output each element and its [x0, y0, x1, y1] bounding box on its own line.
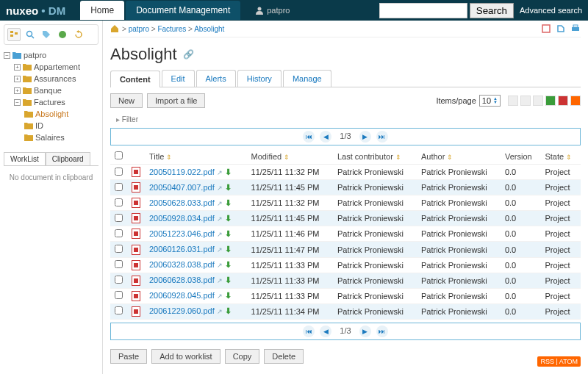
col-state[interactable]: State: [545, 152, 564, 161]
tab-manage[interactable]: Manage: [283, 70, 331, 87]
pager-first[interactable]: ⏮: [303, 131, 315, 143]
row-checkbox[interactable]: [115, 291, 123, 299]
sidebar-tab-worklist[interactable]: WorkList: [4, 152, 46, 165]
nav-tree-icon[interactable]: [7, 28, 21, 41]
col-title[interactable]: Title: [149, 152, 164, 161]
items-per-page-select[interactable]: 10 ▲▼: [479, 95, 501, 107]
tree-node-id[interactable]: ID: [24, 120, 98, 132]
document-link[interactable]: 20060328.038.pdf: [149, 260, 215, 269]
import-button[interactable]: Import a file: [147, 93, 205, 108]
download-icon[interactable]: ⬇: [225, 183, 232, 192]
view-excel-icon[interactable]: [545, 96, 556, 106]
open-icon[interactable]: ↗: [217, 169, 223, 176]
top-tab-document-management[interactable]: Document Management: [126, 1, 240, 20]
pager-next[interactable]: ▶: [359, 131, 371, 143]
search-icon[interactable]: [24, 28, 37, 41]
rss-badge[interactable]: RSS | ATOM: [537, 356, 581, 367]
sort-icon[interactable]: ⇕: [166, 154, 172, 161]
download-icon[interactable]: ⬇: [225, 229, 232, 238]
tab-edit[interactable]: Edit: [162, 70, 195, 87]
tab-content[interactable]: Content: [110, 71, 160, 87]
document-link[interactable]: 20060928.045.pdf: [149, 291, 215, 300]
document-link[interactable]: 20050119.022.pdf: [149, 168, 215, 176]
refresh-icon[interactable]: [72, 28, 85, 41]
row-checkbox[interactable]: [115, 214, 123, 222]
export-icon[interactable]: [556, 24, 566, 34]
filter-toggle[interactable]: Filter: [110, 114, 581, 125]
view-thumb-icon[interactable]: [533, 96, 543, 106]
view-rss-icon[interactable]: [570, 96, 581, 106]
tab-alerts[interactable]: Alerts: [196, 70, 236, 87]
expand-icon[interactable]: −: [14, 99, 21, 106]
tree-node-salaires[interactable]: Salaires: [24, 132, 98, 143]
row-checkbox[interactable]: [115, 306, 123, 314]
copy-button[interactable]: Copy: [225, 349, 260, 364]
paste-button[interactable]: Paste: [110, 349, 147, 364]
tab-history[interactable]: History: [237, 70, 282, 87]
permalink-icon[interactable]: [541, 24, 551, 34]
row-checkbox[interactable]: [115, 229, 123, 237]
expand-icon[interactable]: +: [14, 76, 21, 82]
download-icon[interactable]: ⬇: [225, 306, 232, 315]
open-icon[interactable]: ↗: [217, 200, 223, 207]
tree-node-factures[interactable]: −Factures: [14, 96, 98, 108]
pager-last[interactable]: ⏭: [376, 326, 388, 337]
tree-node-absolight[interactable]: Absolight: [24, 108, 98, 120]
col-version[interactable]: Version: [505, 152, 532, 161]
view-list-icon[interactable]: [508, 96, 518, 106]
sidebar-tab-clipboard[interactable]: Clipboard: [46, 152, 90, 165]
open-icon[interactable]: ↗: [217, 292, 223, 300]
pager-first[interactable]: ⏮: [303, 326, 315, 337]
breadcrumb-link[interactable]: patpro: [129, 25, 149, 33]
document-link[interactable]: 20061229.060.pdf: [149, 306, 215, 315]
search-button[interactable]: Search: [470, 3, 514, 18]
document-link[interactable]: 20050928.034.pdf: [149, 214, 215, 223]
row-checkbox[interactable]: [115, 198, 123, 206]
pager-next[interactable]: ▶: [359, 326, 371, 337]
tree-node-banque[interactable]: +Banque: [14, 84, 98, 96]
open-icon[interactable]: ↗: [217, 184, 223, 192]
pager-prev[interactable]: ◀: [320, 131, 331, 143]
row-checkbox[interactable]: [115, 245, 123, 253]
link-icon[interactable]: 🔗: [183, 49, 194, 60]
row-checkbox[interactable]: [115, 168, 123, 176]
download-icon[interactable]: ⬇: [225, 168, 232, 176]
top-tab-home[interactable]: Home: [80, 1, 124, 20]
expand-icon[interactable]: +: [14, 64, 21, 71]
print-icon[interactable]: [570, 24, 581, 34]
breadcrumb-link[interactable]: Absolight: [194, 25, 224, 33]
download-icon[interactable]: ⬇: [225, 198, 232, 207]
document-link[interactable]: 20060628.038.pdf: [149, 276, 215, 284]
view-compact-icon[interactable]: [520, 96, 531, 106]
globe-icon[interactable]: [56, 28, 69, 41]
open-icon[interactable]: ↗: [217, 231, 223, 238]
download-icon[interactable]: ⬇: [225, 245, 232, 253]
document-link[interactable]: 20060126.031.pdf: [149, 245, 215, 253]
download-icon[interactable]: ⬇: [225, 291, 232, 300]
col-lastcontrib[interactable]: Last contributor: [337, 152, 393, 161]
tree-node-assurances[interactable]: +Assurances: [14, 73, 98, 84]
tag-icon[interactable]: [40, 28, 53, 41]
view-pdf-icon[interactable]: [558, 96, 568, 106]
row-checkbox[interactable]: [115, 276, 123, 284]
col-modified[interactable]: Modified: [251, 152, 282, 161]
breadcrumb-link[interactable]: Factures: [157, 25, 186, 33]
open-icon[interactable]: ↗: [217, 246, 223, 253]
user-area[interactable]: patpro: [255, 6, 290, 15]
row-checkbox[interactable]: [115, 183, 123, 191]
new-button[interactable]: New: [110, 93, 143, 108]
col-author[interactable]: Author: [421, 152, 445, 161]
delete-button[interactable]: Delete: [264, 349, 304, 364]
document-link[interactable]: 20050628.033.pdf: [149, 198, 215, 207]
download-icon[interactable]: ⬇: [225, 260, 232, 269]
expand-icon[interactable]: +: [14, 87, 21, 94]
tree-root[interactable]: − patpro: [4, 49, 98, 61]
collapse-icon[interactable]: −: [4, 52, 10, 59]
add-to-worklist-button[interactable]: Add to worklist: [151, 349, 220, 364]
download-icon[interactable]: ⬇: [225, 276, 232, 284]
pager-last[interactable]: ⏭: [376, 131, 388, 143]
tree-node-appartement[interactable]: +Appartement: [14, 61, 98, 73]
home-icon[interactable]: [110, 24, 119, 33]
document-link[interactable]: 20051223.046.pdf: [149, 229, 215, 238]
open-icon[interactable]: ↗: [217, 215, 223, 223]
